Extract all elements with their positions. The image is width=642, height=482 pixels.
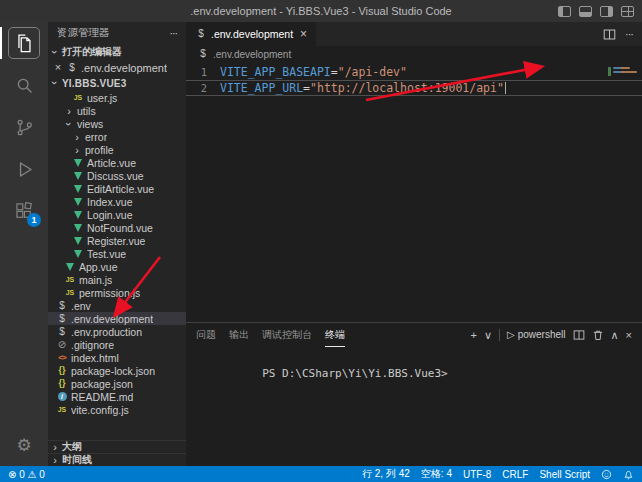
tree-item-index.html[interactable]: <>index.html [48, 351, 186, 364]
panel-tabs: 问题输出调试控制台终端 [196, 323, 358, 347]
close-panel-icon[interactable]: × [626, 330, 632, 341]
status-indentation[interactable]: 空格: 4 [421, 467, 452, 481]
more-actions-icon[interactable]: ··· [170, 27, 178, 39]
vue-triangle [74, 211, 82, 219]
tree-item-EditArticle.vue[interactable]: EditArticle.vue [48, 182, 186, 195]
toggle-secondary-sidebar-icon[interactable] [600, 6, 613, 17]
toggle-sidebar-icon[interactable] [558, 6, 571, 17]
status-language-mode[interactable]: Shell Script [539, 469, 590, 480]
close-tab-icon[interactable]: × [300, 28, 307, 40]
run-debug-icon [9, 154, 39, 184]
activity-extensions-button[interactable]: 1 [0, 190, 48, 232]
token: = [331, 65, 338, 79]
tree-item-Index.vue[interactable]: Index.vue [48, 195, 186, 208]
tree-item-Register.vue[interactable]: Register.vue [48, 234, 186, 247]
chevron-down-icon: › [49, 47, 61, 57]
tree-item-Article.vue[interactable]: Article.vue [48, 156, 186, 169]
status-encoding[interactable]: UTF-8 [463, 469, 491, 480]
tab-env-development[interactable]: $ .env.development × [186, 22, 317, 46]
minimap-line [613, 71, 637, 73]
env-file-icon: $ [66, 62, 78, 73]
terminal-prompt: PS D:\CSharp\Yi\Yi.BBS.Vue3> [262, 367, 447, 380]
activity-search-button[interactable] [0, 64, 48, 106]
token: VITE_APP_BASEAPI [220, 65, 331, 79]
status-bar: ⊗ 0 ⚠ 0 行 2, 列 42空格: 4UTF-8CRLFShell Scr… [0, 466, 642, 482]
toggle-panel-icon[interactable] [579, 6, 592, 17]
tree-item-Discuss.vue[interactable]: Discuss.vue [48, 169, 186, 182]
activity-source-control-button[interactable] [0, 106, 48, 148]
tree-item-package-lock.json[interactable]: {}package-lock.json [48, 364, 186, 377]
close-icon[interactable]: × [53, 62, 63, 73]
line-number: 2 [186, 81, 220, 96]
sidebar-title: 资源管理器 [57, 26, 110, 40]
file-label: .env [71, 300, 91, 312]
new-terminal-icon[interactable]: + [470, 330, 476, 341]
tree-item-user.js[interactable]: JSuser.js [48, 91, 186, 104]
open-editors-section[interactable]: › 打开的编辑器 [48, 44, 186, 60]
tree-item-package.json[interactable]: {}package.json [48, 377, 186, 390]
status-cursor-position[interactable]: 行 2, 列 42 [362, 467, 410, 481]
title-bar: .env.development - Yi.BBS.Vue3 - Visual … [0, 0, 642, 22]
panel-tab-terminal[interactable]: 终端 [325, 323, 345, 347]
panel-tab-output[interactable]: 输出 [229, 323, 249, 347]
tree-item-profile[interactable]: ›profile [48, 143, 186, 156]
split-editor-icon[interactable] [603, 28, 616, 41]
project-section[interactable]: › YI.BBS.VUE3 [48, 75, 186, 91]
customize-layout-icon[interactable] [621, 6, 634, 17]
tree-item-.env[interactable]: $.env [48, 299, 186, 312]
vue-triangle [74, 224, 82, 232]
tree-item-views[interactable]: ›views [48, 117, 186, 130]
more-actions-icon[interactable]: ··· [625, 28, 633, 40]
tree-item-README.md[interactable]: iREADME.md [48, 390, 186, 403]
timeline-section[interactable]: › 时间线 [48, 453, 186, 466]
feedback-smiley-icon[interactable] [601, 469, 612, 480]
token: = [303, 81, 310, 95]
code-line-1[interactable]: 1VITE_APP_BASEAPI="/api-dev" [186, 64, 642, 80]
terminal-profile[interactable]: ▷ powershell [507, 330, 566, 340]
activity-explorer-button[interactable] [0, 22, 48, 64]
code-line-2[interactable]: 2VITE_APP_URL="http://localhost:19001/ap… [186, 80, 642, 96]
vue-file-icon [72, 235, 84, 246]
tree-item-error[interactable]: ›error [48, 130, 186, 143]
tree-item-.gitignore[interactable]: ⊘.gitignore [48, 338, 186, 351]
kill-terminal-trash-icon[interactable] [592, 329, 604, 341]
breadcrumb[interactable]: $ .env.development [186, 46, 642, 62]
status-eol[interactable]: CRLF [502, 469, 528, 480]
tree-item-vite.config.js[interactable]: JSvite.config.js [48, 403, 186, 416]
outline-section[interactable]: › 大纲 [48, 440, 186, 453]
tree-item-.env.development[interactable]: $.env.development [48, 312, 186, 325]
code-editor[interactable]: 1VITE_APP_BASEAPI="/api-dev"2VITE_APP_UR… [186, 62, 642, 322]
git-added-marker [608, 67, 611, 76]
status-errors-warnings[interactable]: ⊗ 0 ⚠ 0 [8, 469, 45, 480]
split-terminal-icon[interactable] [573, 329, 585, 341]
tree-item-Test.vue[interactable]: Test.vue [48, 247, 186, 260]
tree-item-Login.vue[interactable]: Login.vue [48, 208, 186, 221]
settings-gear-button[interactable]: ⚙ [0, 424, 48, 466]
vue-triangle [74, 172, 82, 180]
panel-tab-debug-console[interactable]: 调试控制台 [262, 323, 312, 347]
minimap[interactable] [613, 65, 639, 75]
notifications-bell-icon[interactable] [623, 469, 634, 480]
terminal[interactable]: PS D:\CSharp\Yi\Yi.BBS.Vue3> [186, 347, 642, 466]
maximize-panel-icon[interactable]: ∧ [611, 330, 619, 341]
powershell-icon: ▷ [507, 330, 515, 340]
token: VITE_APP_URL [220, 81, 303, 95]
tree-item-main.js[interactable]: JSmain.js [48, 273, 186, 286]
terminal-dropdown-icon[interactable]: ∨ [484, 330, 492, 341]
tree-item-App.vue[interactable]: App.vue [48, 260, 186, 273]
file-label: views [77, 118, 103, 130]
file-label: user.js [87, 92, 117, 104]
tree-item-NotFound.vue[interactable]: NotFound.vue [48, 221, 186, 234]
activity-run-debug-button[interactable] [0, 148, 48, 190]
open-editor-item[interactable]: × $ .env.development [48, 60, 186, 75]
panel-tab-problems[interactable]: 问题 [196, 323, 216, 347]
code-text: VITE_APP_BASEAPI="/api-dev" [220, 65, 407, 80]
vue-triangle [66, 263, 74, 271]
file-label: .env.development [71, 313, 153, 325]
tree-item-permission.js[interactable]: JSpermission.js [48, 286, 186, 299]
file-label: Test.vue [87, 248, 126, 260]
warning-count: 0 [39, 469, 45, 480]
tree-item-utils[interactable]: ›utils [48, 104, 186, 117]
vue-triangle [74, 198, 82, 206]
tree-item-.env.production[interactable]: $.env.production [48, 325, 186, 338]
